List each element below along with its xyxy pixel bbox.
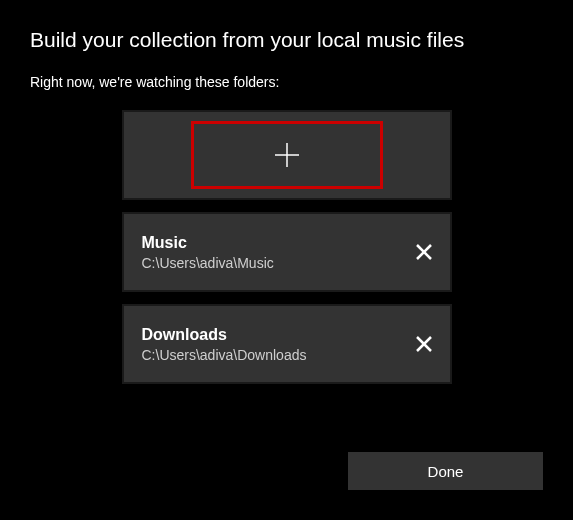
add-folder-highlight (191, 121, 383, 189)
dialog-subtitle: Right now, we're watching these folders: (30, 74, 543, 90)
folder-info: Music C:\Users\adiva\Music (142, 234, 274, 271)
add-folder-button[interactable] (122, 110, 452, 200)
plus-icon (273, 141, 301, 169)
folder-item: Downloads C:\Users\adiva\Downloads (122, 304, 452, 384)
folder-item: Music C:\Users\adiva\Music (122, 212, 452, 292)
done-button[interactable]: Done (348, 452, 543, 490)
folder-name: Downloads (142, 326, 307, 344)
close-icon[interactable] (416, 244, 432, 260)
folder-path: C:\Users\adiva\Downloads (142, 347, 307, 363)
close-icon[interactable] (416, 336, 432, 352)
folder-list: Music C:\Users\adiva\Music Downloads C:\… (30, 110, 543, 384)
folder-info: Downloads C:\Users\adiva\Downloads (142, 326, 307, 363)
folder-name: Music (142, 234, 274, 252)
folder-path: C:\Users\adiva\Music (142, 255, 274, 271)
dialog-title: Build your collection from your local mu… (30, 28, 543, 52)
